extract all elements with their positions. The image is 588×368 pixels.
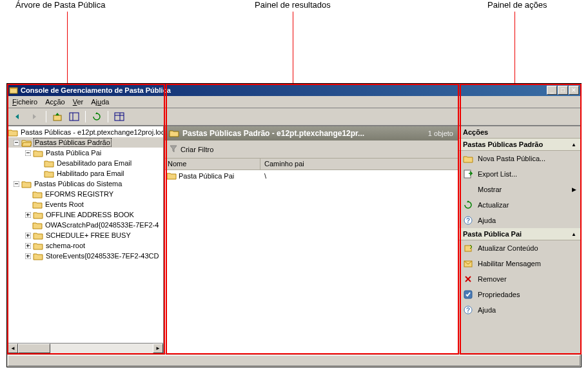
folder-icon [33,210,43,219]
maximize-button[interactable]: □ [558,86,568,95]
actions-section-parent[interactable]: Pasta Pública Pai▲ [459,228,580,240]
folder-icon [169,129,179,139]
tree-system-folders[interactable]: Pastas Públicas do Sistema [8,179,163,189]
actions-panel: Acções Pastas Públicas Padrão▲ Nova Past… [459,126,581,354]
action-new-folder[interactable]: Nova Pasta Pública... [459,151,580,166]
filter-icon [169,144,178,155]
help-icon: ? [463,305,473,315]
tree-panel: Pastas Públicas - e12pt.ptexchange12proj… [7,126,164,354]
tree-events[interactable]: Events Root [8,199,163,209]
toolbar [7,108,581,126]
tree-schedule[interactable]: SCHEDULE+ FREE BUSY [8,230,163,240]
folder-icon [44,159,54,168]
tree-schema[interactable]: schema-root [8,240,163,251]
titlebar: Console de Gerenciamento de Pasta Públic… [7,84,581,96]
label-actions: Painel de ações [487,0,547,10]
menu-action[interactable]: Acção [45,98,65,106]
results-columns: Nome Caminho pai [164,159,458,170]
result-row[interactable]: Pasta Pública Pai \ [164,170,458,181]
actions-title: Acções [459,126,580,139]
folder-icon [32,189,43,199]
scroll-left-button[interactable]: ◄ [8,344,18,353]
expand-icon[interactable] [24,253,32,260]
properties-icon [463,289,473,300]
folder-icon [33,241,43,250]
results-panel: Pastas Públicas Padrão - e12pt.ptexchang… [164,126,459,354]
tree-store[interactable]: StoreEvents{0248533E-7EF2-43CD [8,251,163,261]
tree-owa[interactable]: OWAScratchPad{0248533E-7EF2-4 [8,220,163,230]
collapse-icon[interactable] [13,180,20,188]
filter-bar[interactable]: Criar Filtro [164,140,458,159]
minimize-button[interactable]: _ [547,86,557,95]
tree-default-folders[interactable]: Pastas Públicas Padrão [8,137,163,148]
tree-disabled-email[interactable]: Desabilitado para Email [8,158,163,168]
show-hide-button[interactable] [67,110,81,123]
submenu-arrow-icon: ▶ [572,186,576,193]
scroll-thumb[interactable] [18,344,50,353]
svg-rect-26 [464,170,471,178]
window-title: Console de Gerenciamento de Pasta Públic… [21,86,547,94]
refresh-icon [463,200,473,210]
tree-scrollbar[interactable]: ◄ ► [8,343,163,353]
help-icon: ? [463,215,473,226]
back-button[interactable] [11,110,25,123]
forward-button[interactable] [28,110,42,123]
action-help2[interactable]: ? Ajuda [459,302,580,318]
folder-new-icon [463,153,473,164]
tree-root[interactable]: Pastas Públicas - e12pt.ptexchange12proj… [8,127,163,137]
actions-section-default[interactable]: Pastas Públicas Padrão▲ [459,139,580,151]
tree-eforms[interactable]: EFORMS REGISTRY [8,189,163,199]
action-help[interactable]: ? Ajuda [459,213,580,228]
scroll-right-button[interactable]: ► [153,344,163,353]
folder-icon [33,251,43,260]
menu-view[interactable]: Ver [73,98,84,106]
results-header: Pastas Públicas Padrão - e12pt.ptexchang… [164,126,458,140]
expand-icon[interactable] [24,242,32,249]
action-enable-message[interactable]: Habilitar Mensagem [459,256,580,271]
folder-icon [44,169,54,178]
svg-text:?: ? [466,307,470,314]
statusbar [7,354,581,367]
tree-parent-folder[interactable]: Pasta Pública Pai [8,148,163,158]
refresh-button[interactable] [90,110,104,123]
action-show[interactable]: Mostrar ▶ [459,182,580,197]
export-icon [463,169,473,179]
svg-rect-5 [115,113,124,121]
folder-icon [8,128,18,137]
mail-enable-icon [463,258,473,269]
tree-enabled-email[interactable]: Habilitado para Email [8,168,163,179]
main-window: Console de Gerenciamento de Pasta Públic… [6,83,582,367]
expand-icon[interactable] [24,211,32,218]
label-tree: Árvore de Pasta Pública [15,0,105,10]
collapse-icon[interactable] [13,139,20,146]
folder-icon [33,231,43,240]
action-export[interactable]: Export List... [459,166,580,182]
collapse-icon: ▲ [571,231,576,237]
svg-rect-2 [54,115,61,121]
col-path[interactable]: Caminho pai [260,159,458,169]
properties-button[interactable] [112,110,126,123]
action-remove[interactable]: Remover [459,271,580,287]
tree-oab[interactable]: OFFLINE ADDRESS BOOK [8,209,163,220]
folder-icon [166,171,177,180]
action-refresh[interactable]: Actualizar [459,197,580,213]
up-button[interactable] [50,110,64,123]
svg-rect-1 [10,88,17,89]
folder-icon [32,220,43,229]
expand-icon[interactable] [24,232,32,239]
close-button[interactable]: ✕ [569,86,579,95]
action-properties[interactable]: Propriedades [459,287,580,302]
folder-icon [21,179,32,188]
folder-open-icon [21,138,32,147]
col-name[interactable]: Nome [164,159,260,169]
svg-text:?: ? [466,217,470,224]
menu-help[interactable]: Ajuda [91,98,109,106]
update-icon [463,243,473,253]
folder-icon [32,200,43,209]
menubar: Ficheiro Acção Ver Ajuda [7,96,581,108]
folder-icon [33,148,43,157]
menu-file[interactable]: Ficheiro [12,98,37,106]
collapse-icon[interactable] [24,150,32,157]
object-count: 1 objeto [428,130,453,137]
action-update-content[interactable]: Atualizar Conteúdo [459,240,580,256]
